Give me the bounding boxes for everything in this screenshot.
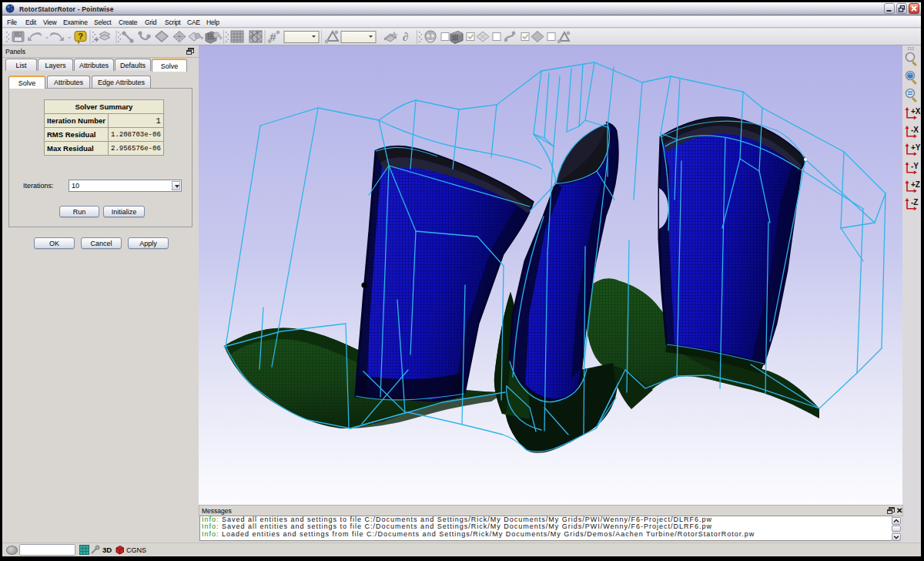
svg-text:?: ? <box>78 32 83 41</box>
svg-text:+X: +X <box>911 107 921 116</box>
svg-text:-X: -X <box>911 126 919 134</box>
svg-text:-Z: -Z <box>911 198 918 207</box>
svg-text:-Y: -Y <box>911 162 919 170</box>
svg-text:∂: ∂ <box>403 31 408 43</box>
svg-text:+Z: +Z <box>911 180 920 189</box>
svg-text:+Y: +Y <box>911 143 921 152</box>
